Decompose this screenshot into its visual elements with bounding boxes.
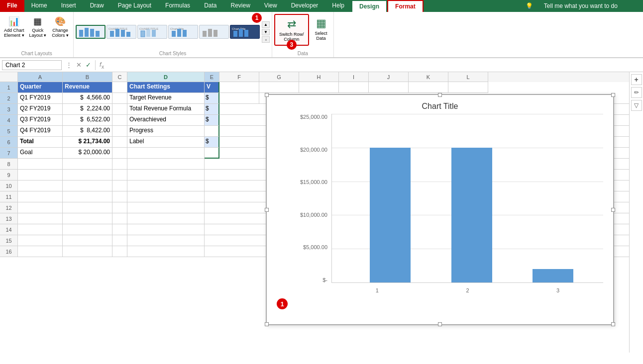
cell-E7[interactable] bbox=[205, 148, 219, 159]
confirm-formula-icon[interactable]: ✓ bbox=[84, 61, 93, 69]
cell-I1[interactable] bbox=[339, 82, 369, 93]
row-header-3[interactable]: 3 bbox=[0, 104, 17, 115]
tab-data[interactable]: Data bbox=[197, 0, 223, 12]
chart-bar-1[interactable] bbox=[370, 148, 411, 282]
formula-input[interactable] bbox=[106, 61, 643, 70]
chart-bar-3[interactable] bbox=[533, 269, 573, 282]
col-header-J[interactable]: J bbox=[369, 72, 409, 82]
panel-add-button[interactable]: + bbox=[631, 74, 642, 85]
cancel-formula-icon[interactable]: ✕ bbox=[74, 61, 84, 69]
cell-C1[interactable] bbox=[112, 82, 127, 93]
col-header-A[interactable]: A bbox=[18, 72, 63, 82]
chart-resize-br[interactable] bbox=[611, 322, 615, 326]
panel-filter-button[interactable]: ▽ bbox=[631, 100, 642, 111]
quick-layout-button[interactable]: ▦ QuickLayout ▾ bbox=[27, 14, 49, 40]
col-header-B[interactable]: B bbox=[63, 72, 112, 82]
cell-E6[interactable]: $ bbox=[205, 137, 219, 148]
chart-resize-bottom[interactable] bbox=[438, 322, 442, 326]
col-header-D[interactable]: D bbox=[127, 72, 205, 82]
cell-A5[interactable]: Q4 FY2019 bbox=[18, 126, 63, 137]
tab-formulas[interactable]: Formulas bbox=[158, 0, 197, 12]
cell-D5[interactable]: Progress bbox=[127, 126, 205, 137]
cell-E2[interactable]: $ bbox=[205, 93, 219, 104]
col-header-G[interactable]: G bbox=[259, 72, 299, 82]
cell-C5[interactable] bbox=[112, 126, 127, 137]
col-header-E[interactable]: E bbox=[205, 72, 219, 82]
row-header-10[interactable]: 10 bbox=[0, 181, 17, 191]
cell-J1[interactable] bbox=[369, 82, 409, 93]
cell-D1[interactable]: Chart Settings bbox=[127, 82, 205, 93]
chart-container[interactable]: Chart Title $25,000.00 $20,000.00 $15,00… bbox=[266, 94, 614, 325]
row-header-16[interactable]: 16 bbox=[0, 246, 17, 257]
cell-L1[interactable] bbox=[448, 82, 488, 93]
cell-H1[interactable] bbox=[299, 82, 339, 93]
row-header-15[interactable]: 15 bbox=[0, 235, 17, 246]
chart-resize-tr[interactable] bbox=[611, 93, 615, 97]
tab-format[interactable]: Format bbox=[387, 0, 424, 12]
row-header-6[interactable]: 6 bbox=[0, 137, 17, 148]
tab-page-layout[interactable]: Page Layout bbox=[111, 0, 158, 12]
row-header-14[interactable]: 14 bbox=[0, 224, 17, 235]
col-header-C[interactable]: C bbox=[112, 72, 127, 82]
col-header-H[interactable]: H bbox=[299, 72, 339, 82]
panel-edit-button[interactable]: ✏ bbox=[631, 87, 642, 98]
chart-style-3[interactable]: CHART TITLE bbox=[137, 25, 167, 39]
chart-style-5[interactable] bbox=[199, 25, 229, 39]
cell-D3[interactable]: Total Revenue Formula bbox=[127, 104, 205, 115]
chart-resize-bl[interactable] bbox=[265, 322, 269, 326]
formula-bar-dots[interactable]: ⋮ bbox=[64, 61, 74, 69]
cell-B3[interactable]: $ 2,224.00 bbox=[63, 104, 112, 115]
change-colors-button[interactable]: 🎨 ChangeColors ▾ bbox=[49, 14, 71, 40]
cell-B5[interactable]: $ 8,422.00 bbox=[63, 126, 112, 137]
row-header-8[interactable]: 8 bbox=[0, 159, 17, 170]
tab-home[interactable]: Home bbox=[24, 0, 54, 12]
chart-styles-scroll-down[interactable]: ▼ bbox=[262, 29, 270, 35]
cell-A2[interactable]: Q1 FY2019 bbox=[18, 93, 63, 104]
row-header-1[interactable]: 1 bbox=[0, 82, 17, 93]
chart-styles-scroll-up[interactable]: ▲ bbox=[262, 21, 270, 28]
cell-C3[interactable] bbox=[112, 104, 127, 115]
chart-styles-expand[interactable]: ⬦ bbox=[262, 36, 270, 43]
chart-bar-2[interactable] bbox=[451, 148, 492, 282]
select-all-cell[interactable] bbox=[0, 72, 18, 82]
cell-A4[interactable]: Q3 FY2019 bbox=[18, 115, 63, 126]
tab-design[interactable]: Design bbox=[351, 0, 387, 12]
cell-E3[interactable]: $ bbox=[205, 104, 219, 115]
cell-B4[interactable]: $ 6,522.00 bbox=[63, 115, 112, 126]
add-chart-element-button[interactable]: 📊 Add ChartElement ▾ bbox=[2, 14, 26, 40]
name-box[interactable]: Chart 2 bbox=[2, 60, 62, 70]
row-header-2[interactable]: 2 bbox=[0, 93, 17, 104]
chart-resize-tl[interactable] bbox=[265, 93, 269, 97]
cell-C2[interactable] bbox=[112, 93, 127, 104]
col-header-F[interactable]: F bbox=[219, 72, 259, 82]
tab-help[interactable]: Help bbox=[325, 0, 351, 12]
cell-C6[interactable] bbox=[112, 137, 127, 148]
row-header-12[interactable]: 12 bbox=[0, 202, 17, 213]
col-header-L[interactable]: L bbox=[448, 72, 488, 82]
row-header-5[interactable]: 5 bbox=[0, 126, 17, 137]
cell-F2[interactable] bbox=[219, 93, 259, 104]
cell-D2[interactable]: Target Revenue bbox=[127, 93, 205, 104]
tab-draw[interactable]: Draw bbox=[83, 0, 111, 12]
chart-style-6[interactable]: Chart Title bbox=[230, 25, 260, 39]
chart-style-1[interactable] bbox=[76, 25, 106, 39]
cell-C4[interactable] bbox=[112, 115, 127, 126]
cell-B2[interactable]: $ 4,566.00 bbox=[63, 93, 112, 104]
cell-G1[interactable] bbox=[259, 82, 299, 93]
tab-insert[interactable]: Insert bbox=[54, 0, 83, 12]
row-header-4[interactable]: 4 bbox=[0, 115, 17, 126]
chart-style-4[interactable]: Chart Title bbox=[168, 25, 198, 39]
row-header-13[interactable]: 13 bbox=[0, 213, 17, 224]
chart-style-2[interactable]: CHART TITLE bbox=[107, 25, 136, 39]
function-icon[interactable]: fx bbox=[98, 61, 106, 70]
tab-review[interactable]: Review bbox=[223, 0, 257, 12]
cell-D7[interactable] bbox=[127, 148, 205, 159]
cell-C7[interactable] bbox=[112, 148, 127, 159]
row-header-9[interactable]: 9 bbox=[0, 170, 17, 181]
search-box-label[interactable]: Tell me what you want to do bbox=[540, 0, 643, 12]
switch-row-column-button[interactable]: ⇄ Switch Row/Column 3 bbox=[274, 14, 309, 46]
cell-A1[interactable]: Quarter bbox=[18, 82, 63, 93]
cell-B1[interactable]: Revenue bbox=[63, 82, 112, 93]
cell-D4[interactable]: Overachieved bbox=[127, 115, 205, 126]
cell-B6[interactable]: $ 21,734.00 bbox=[63, 137, 112, 148]
